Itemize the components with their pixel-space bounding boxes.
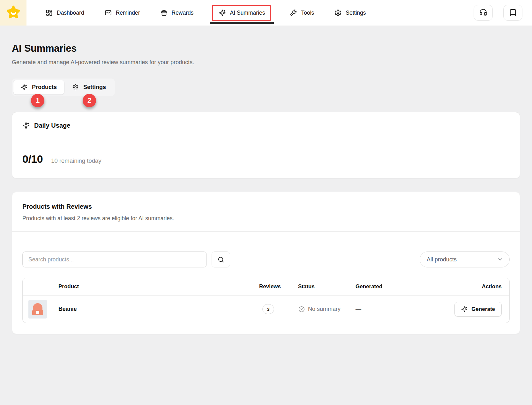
reviews-count-badge: 3 [262,304,274,314]
annotation-step-1: 1 [31,94,44,107]
docs-button[interactable] [503,5,522,21]
product-thumbnail-beanie [28,300,47,319]
generate-button-label: Generate [471,306,495,312]
sparkles-icon [219,9,226,17]
headset-icon [479,9,487,17]
star-logo-icon [5,4,22,21]
gift-icon [161,9,168,16]
page-title: AI Summaries [12,26,520,54]
wrench-icon [290,9,297,16]
gear-icon [334,9,341,16]
tab-label: Settings [83,84,106,91]
daily-usage-card: Daily Usage 0/10 10 remaining today [12,112,520,178]
gear-icon [72,84,79,91]
nav-item-label: AI Summaries [230,10,265,16]
circle-x-icon [298,306,305,313]
nav-item-dashboard[interactable]: Dashboard [46,9,84,16]
support-button[interactable] [474,5,493,21]
nav-item-settings[interactable]: Settings [334,9,366,16]
generated-value: — [356,306,361,312]
column-header-status: Status [298,283,356,290]
tab-products[interactable]: Products [13,80,64,94]
product-name: Beanie [58,306,77,312]
sparkles-icon [22,122,30,129]
nav-item-rewards[interactable]: Rewards [161,9,194,16]
nav-item-label: Rewards [172,10,194,16]
search-input[interactable] [22,251,207,267]
column-header-product: Product [58,283,79,290]
summaries-tabbar: Products Settings 1 2 [12,79,115,96]
product-filter-select[interactable]: All products [420,251,510,267]
nav-item-ai-summaries[interactable]: AI Summaries [212,5,272,21]
usage-card-title: Daily Usage [34,122,70,129]
tab-settings[interactable]: Settings [65,80,113,94]
mail-icon [105,9,112,16]
top-nav-bar: Dashboard Reminder Rewards [0,0,532,26]
filter-selected-value: All products [427,256,457,263]
header-actions [474,5,522,21]
sparkles-icon [461,306,468,312]
dashboard-grid-icon [46,9,53,16]
main-nav: Dashboard Reminder Rewards [46,5,366,21]
book-icon [509,9,517,17]
column-header-actions: Actions [419,283,509,290]
active-tab-indicator [210,22,274,24]
usage-count: 0/10 [22,153,43,165]
column-header-generated: Generated [356,283,419,290]
nav-item-label: Dashboard [57,10,84,16]
nav-item-label: Tools [301,10,314,16]
nav-item-reminder[interactable]: Reminder [105,9,140,16]
nav-item-tools[interactable]: Tools [290,9,314,16]
annotation-step-2: 2 [83,94,96,107]
sparkles-icon [21,84,27,91]
nav-item-label: Reminder [116,10,140,16]
nav-item-label: Settings [346,10,366,16]
usage-remaining: 10 remaining today [51,157,101,164]
tab-label: Products [32,84,57,91]
generate-button[interactable]: Generate [454,302,502,317]
search-button[interactable] [212,251,230,267]
page-subtitle: Generate and manage AI-powered review su… [12,59,520,66]
chevron-down-icon [497,256,503,263]
products-section-subtitle: Products with at least 2 reviews are eli… [22,215,510,222]
search-icon [217,256,225,263]
column-header-reviews: Reviews [259,283,298,290]
app-logo[interactable] [0,0,26,26]
products-table: Product Reviews Status Generated Actions… [22,278,510,323]
table-row: Beanie 3 No summary — [23,296,509,323]
page-content: AI Summaries Generate and manage AI-powe… [0,26,532,334]
status-text: No summary [308,306,341,312]
products-section-title: Products with Reviews [22,203,510,210]
table-header-row: Product Reviews Status Generated Actions [23,278,509,296]
products-with-reviews-card: Products with Reviews Products with at l… [12,192,520,334]
